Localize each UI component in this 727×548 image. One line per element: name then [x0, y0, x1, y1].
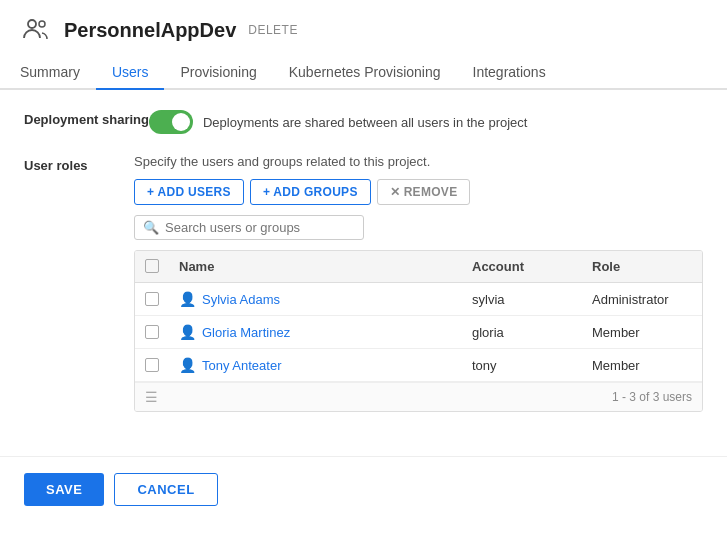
add-groups-button[interactable]: + ADD GROUPS [250, 179, 371, 205]
col-header-role: Role [582, 259, 702, 274]
row-checkbox-2 [135, 325, 169, 339]
table-header: Name Account Role [135, 251, 702, 283]
action-buttons: + ADD USERS + ADD GROUPS ✕ REMOVE [134, 179, 703, 205]
personnel-icon [20, 14, 52, 46]
footer-actions: SAVE CANCEL [0, 456, 727, 522]
row-3-name[interactable]: 👤 Tony Anteater [169, 357, 462, 373]
row-1-role: Administrator [582, 292, 702, 307]
row-1-checkbox[interactable] [145, 292, 159, 306]
col-header-account: Account [462, 259, 582, 274]
table-row: 👤 Gloria Martinez gloria Member [135, 316, 702, 349]
app-title: PersonnelAppDev [64, 19, 236, 42]
deployment-sharing-section: Deployment sharing Deployments are share… [24, 110, 703, 134]
row-checkbox-1 [135, 292, 169, 306]
table-row: 👤 Sylvia Adams sylvia Administrator [135, 283, 702, 316]
svg-point-1 [39, 21, 45, 27]
deployment-sharing-label: Deployment sharing [24, 110, 149, 127]
row-1-name[interactable]: 👤 Sylvia Adams [169, 291, 462, 307]
select-all-checkbox[interactable] [145, 259, 159, 273]
row-2-checkbox[interactable] [145, 325, 159, 339]
remove-button[interactable]: ✕ REMOVE [377, 179, 471, 205]
row-3-checkbox[interactable] [145, 358, 159, 372]
deployment-sharing-toggle[interactable] [149, 110, 193, 134]
deployment-sharing-content: Deployments are shared between all users… [149, 110, 703, 134]
add-users-button[interactable]: + ADD USERS [134, 179, 244, 205]
row-checkbox-3 [135, 358, 169, 372]
row-3-account: tony [462, 358, 582, 373]
user-roles-label: User roles [24, 154, 134, 173]
columns-icon[interactable]: ☰ [145, 389, 158, 405]
svg-point-0 [28, 20, 36, 28]
search-icon: 🔍 [143, 220, 159, 235]
pagination-text: 1 - 3 of 3 users [612, 390, 692, 404]
toggle-thumb [172, 113, 190, 131]
content-area: Deployment sharing Deployments are share… [0, 90, 727, 452]
users-table: Name Account Role 👤 Sylvia Adams sylvia … [134, 250, 703, 412]
row-2-account: gloria [462, 325, 582, 340]
delete-button[interactable]: DELETE [248, 23, 298, 37]
row-2-role: Member [582, 325, 702, 340]
roles-description: Specify the users and groups related to … [134, 154, 703, 169]
tab-summary[interactable]: Summary [20, 56, 96, 90]
app-header: PersonnelAppDev DELETE [0, 0, 727, 56]
tab-integrations[interactable]: Integrations [457, 56, 562, 90]
col-header-name: Name [169, 259, 462, 274]
tab-k8s-provisioning[interactable]: Kubernetes Provisioning [273, 56, 457, 90]
toggle-track [149, 110, 193, 134]
tab-users[interactable]: Users [96, 56, 165, 90]
nav-tabs: Summary Users Provisioning Kubernetes Pr… [0, 56, 727, 90]
user-icon-3: 👤 [179, 357, 196, 373]
user-roles-content: Specify the users and groups related to … [134, 154, 703, 412]
row-1-account: sylvia [462, 292, 582, 307]
row-3-role: Member [582, 358, 702, 373]
search-box: 🔍 [134, 215, 364, 240]
cancel-button[interactable]: CANCEL [114, 473, 217, 506]
table-footer: ☰ 1 - 3 of 3 users [135, 382, 702, 411]
tab-provisioning[interactable]: Provisioning [164, 56, 272, 90]
user-icon-1: 👤 [179, 291, 196, 307]
deployment-sharing-text: Deployments are shared between all users… [203, 115, 527, 130]
toggle-row: Deployments are shared between all users… [149, 110, 703, 134]
user-roles-section: User roles Specify the users and groups … [24, 154, 703, 412]
search-input[interactable] [165, 220, 355, 235]
user-icon-2: 👤 [179, 324, 196, 340]
save-button[interactable]: SAVE [24, 473, 104, 506]
row-2-name[interactable]: 👤 Gloria Martinez [169, 324, 462, 340]
col-header-checkbox [135, 259, 169, 274]
table-row: 👤 Tony Anteater tony Member [135, 349, 702, 382]
